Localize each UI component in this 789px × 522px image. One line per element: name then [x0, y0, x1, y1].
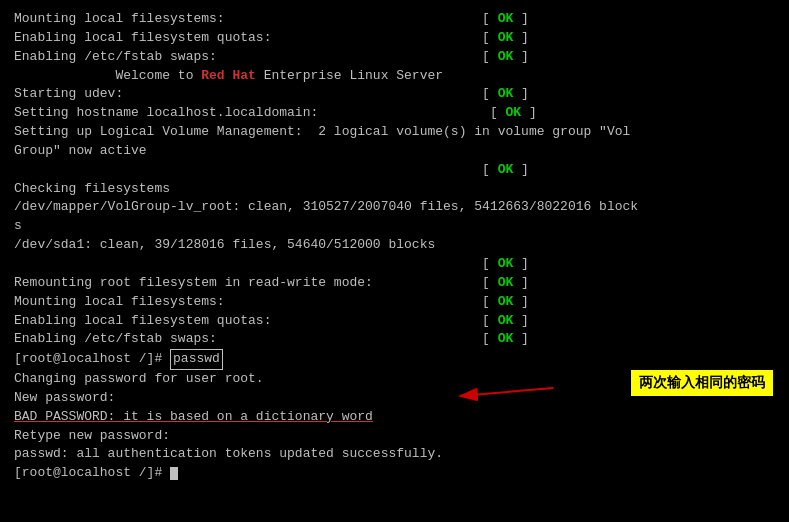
ok-s2: OK [498, 255, 514, 274]
ok-5: OK [498, 85, 514, 104]
passwd-cmd: passwd [170, 349, 223, 370]
text-mount2: Mounting local filesystems: [ [14, 293, 498, 312]
bracket-quota2: ] [513, 312, 529, 331]
text-fstab2: Enabling /etc/fstab swaps: [ [14, 330, 498, 349]
line-4: Welcome to Red Hat Enterprise Linux Serv… [14, 67, 775, 86]
text-2: Enabling local filesystem quotas: [ [14, 29, 498, 48]
text-check: Checking filesystems [14, 180, 170, 199]
text-newpw: New password: [14, 389, 115, 408]
line-ok-standalone: [ OK ] [14, 161, 775, 180]
text-7: Setting up Logical Volume Management: 2 … [14, 123, 630, 142]
ok-1: OK [498, 10, 514, 29]
line-check2: /dev/mapper/VolGroup-lv_root: clean, 310… [14, 198, 775, 217]
text-check2: /dev/mapper/VolGroup-lv_root: clean, 310… [14, 198, 638, 217]
annotation-text: 两次输入相同的密码 [631, 370, 773, 396]
bracket-2: ] [513, 29, 529, 48]
line-6: Setting hostname localhost.localdomain: … [14, 104, 775, 123]
bracket-fstab2: ] [513, 330, 529, 349]
line-1: Mounting local filesystems: [ OK ] [14, 10, 775, 29]
line-3: Enabling /etc/fstab swaps: [ OK ] [14, 48, 775, 67]
ok-3: OK [498, 48, 514, 67]
bracket-1: ] [513, 10, 529, 29]
text-6: Setting hostname localhost.localdomain: … [14, 104, 505, 123]
ok-6: OK [505, 104, 521, 123]
line-2: Enabling local filesystem quotas: [ OK ] [14, 29, 775, 48]
ok-2: OK [498, 29, 514, 48]
terminal: Mounting local filesystems: [ OK ] Enabl… [0, 0, 789, 522]
bracket-5: ] [513, 85, 529, 104]
bracket-ok2: ] [513, 255, 529, 274]
text-5: Starting udev: [ [14, 85, 498, 104]
line-7b: Group" now active [14, 142, 775, 161]
line-ok2: [ OK ] [14, 255, 775, 274]
text-3: Enabling /etc/fstab swaps: [ [14, 48, 498, 67]
text-success: passwd: all authentication tokens update… [14, 445, 443, 464]
line-retype: Retype new password: [14, 427, 775, 446]
line-quota2: Enabling local filesystem quotas: [ OK ] [14, 312, 775, 331]
ok-remount: OK [498, 274, 514, 293]
terminal-cursor [170, 467, 178, 480]
prompt-passwd: [root@localhost /]# [14, 350, 170, 369]
text-retype: Retype new password: [14, 427, 170, 446]
ok-standalone: OK [498, 161, 514, 180]
line-check4: /dev/sda1: clean, 39/128016 files, 54640… [14, 236, 775, 255]
bracket-mount2: ] [513, 293, 529, 312]
text-4a: Welcome to [14, 67, 201, 86]
line-check: Checking filesystems [14, 180, 775, 199]
text-quota2: Enabling local filesystem quotas: [ [14, 312, 498, 331]
text-1: Mounting local filesystems: [ [14, 10, 498, 29]
ok-quota2: OK [498, 312, 514, 331]
text-remount: Remounting root filesystem in read-write… [14, 274, 498, 293]
line-7: Setting up Logical Volume Management: 2 … [14, 123, 775, 142]
line-5: Starting udev: [ OK ] [14, 85, 775, 104]
line-success: passwd: all authentication tokens update… [14, 445, 775, 464]
line-mount2: Mounting local filesystems: [ OK ] [14, 293, 775, 312]
ok-mount2: OK [498, 293, 514, 312]
text-4b: Enterprise Linux Server [256, 67, 443, 86]
text-7b: Group" now active [14, 142, 147, 161]
bracket-ok-s: ] [513, 161, 529, 180]
text-ok-s: [ [14, 161, 498, 180]
line-cursor: [root@localhost /]# [14, 464, 775, 483]
line-fstab2: Enabling /etc/fstab swaps: [ OK ] [14, 330, 775, 349]
text-ok2: [ [14, 255, 498, 274]
line-passwd: [root@localhost /]# passwd [14, 349, 775, 370]
text-check4: /dev/sda1: clean, 39/128016 files, 54640… [14, 236, 435, 255]
text-changing: Changing password for user root. [14, 370, 264, 389]
line-remount: Remounting root filesystem in read-write… [14, 274, 775, 293]
bracket-3: ] [513, 48, 529, 67]
line-badpw: BAD PASSWORD: it is based on a dictionar… [14, 408, 775, 427]
red-hat-text: Red Hat [201, 67, 256, 86]
annotation-container: 两次输入相同的密码 [631, 370, 773, 396]
ok-fstab2: OK [498, 330, 514, 349]
bracket-remount: ] [513, 274, 529, 293]
text-check3: s [14, 217, 22, 236]
prompt-cursor: [root@localhost /]# [14, 464, 170, 483]
bracket-6: ] [521, 104, 537, 123]
text-badpw: BAD PASSWORD: it is based on a dictionar… [14, 408, 373, 427]
line-check3: s [14, 217, 775, 236]
